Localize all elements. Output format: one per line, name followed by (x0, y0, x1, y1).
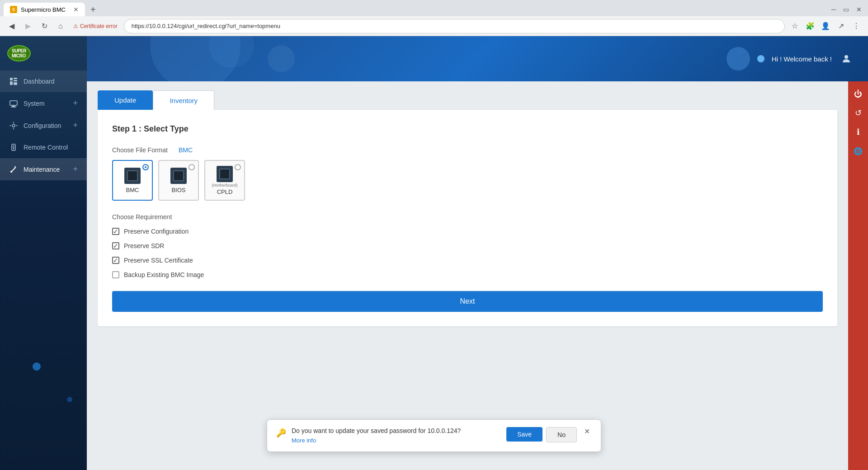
sidebar-item-system[interactable]: System + (0, 92, 87, 114)
checkbox-preserve-config-box: ✓ (112, 228, 119, 235)
prompt-text: Do you want to update your saved passwor… (292, 427, 501, 434)
sidebar-item-configuration[interactable]: Configuration + (0, 114, 87, 136)
prompt-close-button[interactable]: ✕ (582, 427, 592, 436)
sidebar-nav: Dashboard System + Configuration + (0, 70, 87, 180)
config-icon (9, 121, 18, 130)
bmc-link[interactable]: BMC (179, 146, 193, 154)
svg-point-12 (10, 171, 12, 173)
sidebar-item-maintenance[interactable]: Maintenance + (0, 158, 87, 180)
maintenance-icon (9, 165, 18, 174)
window-close-icon[interactable]: ✕ (854, 6, 864, 13)
tab-update[interactable]: Update (98, 90, 153, 110)
requirement-label: Choose Requirement (112, 213, 823, 221)
browser-nav-bar: ◀ ▶ ↻ ⌂ ⚠ Certificate error https://10.0… (0, 16, 868, 36)
sidebar-logo: SUPERMICRO (0, 36, 87, 70)
radio-card-bios[interactable]: BIOS (158, 160, 199, 201)
config-expand-icon: + (73, 121, 78, 130)
header-large-dot (726, 47, 750, 70)
radio-card-bmc[interactable]: BMC (112, 160, 153, 201)
tab-title: Supermicro BMC (21, 6, 66, 13)
checkbox-preserve-sdr[interactable]: ✓ Preserve SDR (112, 242, 823, 249)
extensions-icon[interactable]: 🧩 (804, 20, 816, 33)
welcome-text: Hi ! Welcome back ! (772, 55, 832, 63)
svg-rect-11 (13, 147, 14, 148)
prompt-content: Do you want to update your saved passwor… (292, 427, 501, 444)
tab-favicon: S (10, 6, 17, 13)
bios-chip-icon (170, 168, 187, 184)
profile-icon[interactable]: 👤 (819, 20, 832, 33)
checkbox-preserve-ssl-box: ✓ (112, 257, 119, 264)
checkbox-preserve-ssl[interactable]: ✓ Preserve SSL Certificate (112, 257, 823, 264)
info-icon[interactable]: ℹ (849, 123, 867, 141)
browser-tab-bar: S Supermicro BMC ✕ + ─ ▭ ✕ (0, 0, 868, 16)
sidebar-item-remote-control[interactable]: Remote Control (0, 136, 87, 158)
checkbox-backup-bmc-box (112, 271, 119, 278)
checkbox-preserve-config[interactable]: ✓ Preserve Configuration (112, 228, 823, 235)
bios-label: BIOS (171, 187, 185, 193)
maintenance-expand-icon: + (73, 164, 78, 174)
bookmark-icon[interactable]: ☆ (788, 20, 801, 33)
sidebar-dot-2 (67, 397, 72, 402)
sidebar-item-label: Maintenance (24, 166, 60, 173)
system-expand-icon: + (73, 99, 78, 108)
password-prompt: 🔑 Do you want to update your saved passw… (267, 419, 601, 452)
power-icon[interactable]: ⏻ (849, 85, 867, 103)
dashboard-icon (9, 77, 18, 86)
back-button[interactable]: ◀ (5, 20, 18, 33)
svg-rect-2 (14, 80, 17, 81)
tab-close-icon[interactable]: ✕ (73, 6, 79, 13)
prompt-search-icon: 🔑 (276, 428, 286, 438)
restore-icon[interactable]: ▭ (840, 6, 852, 13)
right-sidebar: ⏻ ↺ ℹ 🌐 (848, 81, 868, 470)
radio-card-cpld[interactable]: (Motherboard) CPLD (204, 160, 245, 201)
bmc-chip-icon (124, 168, 141, 184)
header-right: Hi ! Welcome back ! (726, 47, 854, 70)
prompt-more-info[interactable]: More info (292, 437, 316, 444)
svg-point-9 (13, 148, 14, 150)
share-icon[interactable]: ↗ (835, 20, 847, 33)
tab-bar: Update Inventory (98, 90, 837, 110)
main-card: Step 1 : Select Type Choose File Format … (98, 110, 837, 326)
svg-rect-7 (11, 107, 16, 108)
minimize-icon[interactable]: ─ (829, 6, 839, 13)
bmc-radio-dot (142, 164, 149, 170)
svg-rect-6 (12, 106, 15, 107)
bmc-label: BMC (126, 187, 139, 193)
checkbox-preserve-sdr-box: ✓ (112, 242, 119, 249)
svg-rect-10 (13, 146, 14, 146)
next-button[interactable]: Next (112, 291, 823, 312)
cpld-sublabel: (Motherboard) (212, 183, 237, 188)
file-format-section: Choose File Format BMC BMC (112, 146, 823, 201)
cpld-label: CPLD (217, 188, 233, 195)
radio-card-group: BMC BIOS (112, 160, 823, 201)
home-button[interactable]: ⌂ (54, 20, 67, 33)
checkbox-backup-bmc[interactable]: Backup Existing BMC Image (112, 271, 823, 278)
forward-button[interactable]: ▶ (22, 20, 34, 33)
sidebar-item-dashboard[interactable]: Dashboard (0, 70, 87, 92)
browser-tab[interactable]: S Supermicro BMC ✕ (4, 3, 85, 16)
svg-rect-1 (14, 78, 17, 79)
header-small-dot (757, 55, 764, 62)
sidebar: SUPERMICRO Dashboard System + (0, 36, 87, 470)
supermicro-logo: SUPERMICRO (7, 45, 31, 61)
refresh-icon[interactable]: ↺ (849, 104, 867, 122)
requirement-section: Choose Requirement ✓ Preserve Configurat… (112, 213, 823, 278)
prompt-save-button[interactable]: Save (506, 427, 542, 442)
svg-point-13 (844, 55, 848, 59)
reload-button[interactable]: ↻ (38, 20, 51, 33)
address-bar[interactable]: https://10.0.0.124/cgi/url_redirect.cgi?… (124, 19, 785, 33)
svg-rect-5 (10, 101, 17, 105)
system-icon (9, 99, 18, 108)
new-tab-button[interactable]: + (87, 3, 99, 17)
tab-inventory[interactable]: Inventory (153, 90, 214, 110)
sidebar-item-label: Configuration (24, 122, 61, 129)
bios-radio-dot (189, 164, 195, 170)
step-title: Step 1 : Select Type (112, 124, 823, 134)
prompt-no-button[interactable]: No (546, 427, 577, 442)
sidebar-item-label: Remote Control (24, 144, 68, 151)
globe-icon[interactable]: 🌐 (849, 142, 867, 160)
menu-icon[interactable]: ⋮ (850, 20, 863, 33)
sidebar-item-label: System (24, 100, 45, 107)
file-format-label: Choose File Format BMC (112, 146, 823, 154)
content-area: Update Inventory Step 1 : Select Type Ch… (87, 81, 848, 470)
